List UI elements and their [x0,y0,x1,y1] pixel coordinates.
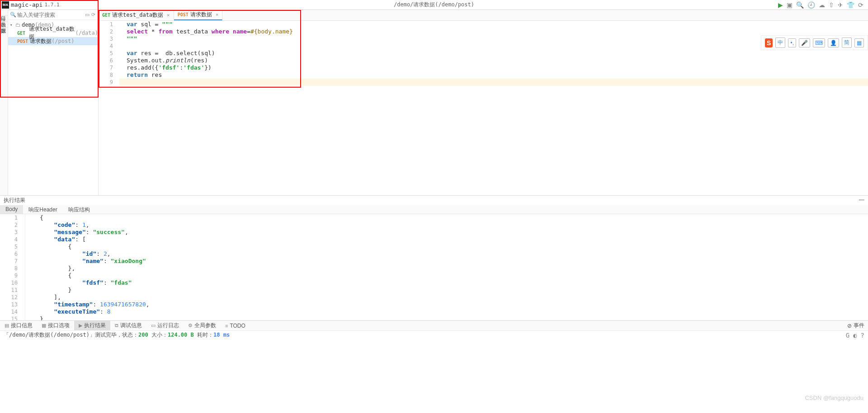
result-tab-body[interactable]: Body [0,205,23,214]
app-version: 1.7.1 [44,2,59,8]
collapse-icon[interactable]: ▭ [85,12,90,18]
ime-punct[interactable]: •, [788,38,796,47]
btab-result[interactable]: ▶执行结果 [74,321,110,330]
folder-icon: 🗀 [15,22,20,28]
bell-icon: ⊘ [847,323,852,329]
ime-grid-icon[interactable]: ▦ [854,38,864,47]
close-icon[interactable]: × [216,12,219,18]
editor-tabs: GET 请求test_data数据 × POST 请求数据 × [99,10,868,21]
github-icon[interactable]: ◐ [853,332,857,339]
ime-lang[interactable]: 中 [775,38,785,48]
tree-item-post[interactable]: POST 请求数据 (/post) [8,37,98,45]
app-name: magic-api [11,1,42,8]
code-lines[interactable]: var sql = """ select * from test_data wh… [119,21,868,195]
json-gutter: 123456789101112131415 [0,214,25,320]
debug-icon: ⧉ [115,323,118,329]
play-icon: ▶ [79,323,82,329]
tab-post[interactable]: POST 请求数据 × [174,10,223,20]
debug-icon[interactable]: ▣ [787,1,793,9]
minimize-icon[interactable]: — [859,197,864,204]
side-tab-func[interactable]: 函数 [0,16,8,22]
search-row: 🔍 ▭ ⟳ ⇅ [8,10,98,20]
search-icon: 🔍 [10,12,16,18]
title-bar: MA magic-api 1.7.1 /demo/请求数据(/demo/post… [0,0,868,10]
btab-global[interactable]: ⚙全局参数 [184,321,221,330]
help-icon[interactable]: ? [861,332,864,339]
app-logo: MA [2,1,9,9]
bug-icon[interactable]: 👕 [847,1,854,9]
line-gutter: 123456789 [99,21,119,195]
ime-simp[interactable]: 简 [842,38,852,48]
result-tabs: Body 响应Header 响应结构 [0,205,868,214]
btab-api-info[interactable]: ▤接口信息 [0,321,37,330]
status-bar: 「/demo/请求数据(/demo/post)」测试完毕，状态：200 大小：1… [0,330,868,339]
json-viewer[interactable]: 123456789101112131415 { "code": 1, "mess… [0,214,868,320]
list-icon: ≡ [225,323,228,329]
bottom-tabs: ▤接口信息 ▦接口选项 ▶执行结果 ⧉调试信息 ▭运行日志 ⚙全局参数 ≡TOD… [0,320,868,330]
btab-todo[interactable]: ≡TODO [221,321,250,330]
json-lines: { "code": 1, "message": "success", "data… [25,214,868,320]
ime-keyboard-icon[interactable]: ⌨ [813,38,825,47]
api-tree: ▾ 🗀 demo (demo) GET 请求test_data数据 (/data… [8,20,98,46]
breadcrumb: /demo/请求数据(/demo/post) [394,1,474,9]
cloud-down-icon[interactable]: ☁ [819,1,825,9]
toolbar-actions: ▶ ▣ 🔍 🕘 ☁ ⇧ ✈ 👕 ⟳ [778,1,868,9]
side-tab-api[interactable]: 接口 [0,10,8,16]
result-tab-struct[interactable]: 响应结构 [63,205,95,214]
log-icon: ▭ [151,323,156,329]
ime-mic-icon[interactable]: 🎤 [799,38,810,47]
ime-logo[interactable]: S [765,38,773,47]
history-icon[interactable]: 🕘 [807,1,815,9]
run-icon[interactable]: ▶ [778,1,783,9]
refresh-icon[interactable]: ⟳ [858,1,863,9]
cloud-up-icon[interactable]: ⇧ [829,1,834,9]
watermark: CSDN @fangquguodu [805,394,863,401]
sidebar: 🔍 ▭ ⟳ ⇅ ▾ 🗀 demo (demo) GET 请求test_data数… [8,10,99,195]
search-input[interactable] [17,12,85,18]
search-icon[interactable]: 🔍 [796,1,804,9]
send-icon[interactable]: ✈ [838,1,843,9]
result-title-bar: 执行结果 — [0,196,868,205]
options-icon: ▦ [42,323,46,329]
main-layout: 接口 函数 数据源 🔍 ▭ ⟳ ⇅ ▾ 🗀 demo (demo) GET 请求 [0,10,868,195]
ime-user-icon[interactable]: 👤 [828,38,839,47]
btab-debug[interactable]: ⧉调试信息 [110,321,146,330]
refresh-tree-icon[interactable]: ⟳ [91,12,95,18]
editor-area: GET 请求test_data数据 × POST 请求数据 × 12345678… [99,10,868,195]
close-icon[interactable]: × [167,12,170,18]
side-tabs: 接口 函数 数据源 [0,10,8,195]
info-icon: ▤ [5,323,9,329]
result-tab-header[interactable]: 响应Header [23,205,62,214]
gitee-icon[interactable]: G [846,332,849,339]
result-title: 执行结果 [4,197,25,204]
btab-log[interactable]: ▭运行日志 [146,321,184,330]
code-editor[interactable]: 123456789 var sql = """ select * from te… [99,21,868,195]
events-button[interactable]: ⊘事件 [847,322,868,329]
globe-icon: ⚙ [188,323,193,329]
caret-icon[interactable]: ▾ [10,23,15,27]
tree-item-get[interactable]: GET 请求test_data数据 (/data) [8,29,98,37]
status-links: G ◐ ? [846,332,864,339]
side-tab-datasource[interactable]: 数据源 [0,22,8,28]
result-panel: 执行结果 — Body 响应Header 响应结构 12345678910111… [0,195,868,320]
btab-api-options[interactable]: ▦接口选项 [37,321,74,330]
tab-get[interactable]: GET 请求test_data数据 × [99,10,174,20]
ime-toolbar[interactable]: S 中 •, 🎤 ⌨ 👤 简 ▦ [761,35,868,50]
status-text: 「/demo/请求数据(/demo/post)」测试完毕，状态：200 大小：1… [4,331,230,339]
